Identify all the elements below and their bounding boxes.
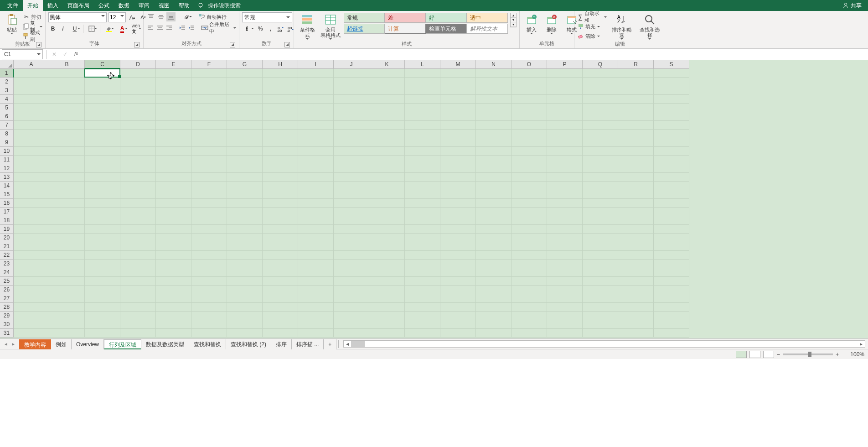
cell[interactable] — [120, 286, 156, 294]
cell[interactable] — [654, 78, 689, 86]
col-header-M[interactable]: M — [440, 60, 476, 69]
cell[interactable] — [85, 225, 120, 234]
cell[interactable] — [227, 216, 263, 225]
cell[interactable] — [476, 173, 512, 182]
cell[interactable] — [440, 86, 476, 95]
fill-color-button[interactable] — [102, 24, 115, 33]
accounting-format-button[interactable]: ₿ — [242, 24, 255, 33]
cell[interactable] — [547, 138, 583, 147]
cell[interactable] — [440, 251, 476, 260]
cell[interactable] — [49, 164, 85, 173]
cell[interactable] — [263, 286, 298, 294]
cell[interactable] — [120, 69, 156, 78]
cell[interactable] — [654, 329, 689, 338]
cell[interactable] — [227, 234, 263, 242]
cell[interactable] — [476, 234, 512, 242]
cell[interactable] — [298, 303, 334, 312]
cell[interactable] — [476, 130, 512, 138]
col-header-E[interactable]: E — [156, 60, 191, 69]
cell[interactable] — [405, 104, 440, 112]
row-header-3[interactable]: 3 — [0, 86, 14, 95]
horizontal-scrollbar[interactable]: ◂▸ — [343, 340, 865, 348]
cell[interactable] — [120, 294, 156, 303]
cell[interactable] — [440, 78, 476, 86]
cell[interactable] — [49, 78, 85, 86]
cell[interactable] — [14, 95, 49, 104]
cell[interactable] — [512, 234, 547, 242]
cell[interactable] — [85, 199, 120, 208]
row-header-17[interactable]: 17 — [0, 208, 14, 216]
cell[interactable] — [85, 182, 120, 190]
cell[interactable] — [263, 69, 298, 78]
cell[interactable] — [583, 147, 618, 156]
cell[interactable] — [618, 312, 654, 320]
cell[interactable] — [512, 95, 547, 104]
cell[interactable] — [618, 320, 654, 329]
insert-function-button[interactable]: fx — [71, 51, 82, 57]
cell[interactable] — [334, 78, 369, 86]
worksheet-grid[interactable]: ABCDEFGHIJKLMNOPQRS 12345678910111213141… — [0, 60, 868, 338]
row-header-21[interactable]: 21 — [0, 242, 14, 251]
cell[interactable] — [298, 121, 334, 130]
cell[interactable] — [440, 294, 476, 303]
cell[interactable] — [49, 225, 85, 234]
row-header-1[interactable]: 1 — [0, 69, 14, 78]
cell[interactable] — [85, 173, 120, 182]
cell[interactable] — [85, 277, 120, 286]
cell[interactable] — [263, 95, 298, 104]
cell[interactable] — [547, 173, 583, 182]
cell[interactable] — [512, 130, 547, 138]
row-header-16[interactable]: 16 — [0, 199, 14, 208]
row-header-4[interactable]: 4 — [0, 95, 14, 104]
cell[interactable] — [440, 277, 476, 286]
cell[interactable] — [512, 69, 547, 78]
cell[interactable] — [191, 173, 227, 182]
cell[interactable] — [618, 164, 654, 173]
cell[interactable] — [440, 329, 476, 338]
cell[interactable] — [49, 138, 85, 147]
cell[interactable] — [405, 121, 440, 130]
cell[interactable] — [14, 329, 49, 338]
cell[interactable] — [49, 147, 85, 156]
cell[interactable] — [334, 312, 369, 320]
cell[interactable] — [14, 112, 49, 121]
cell[interactable] — [49, 286, 85, 294]
paste-button[interactable]: 粘贴 — [3, 12, 21, 35]
cell[interactable] — [85, 147, 120, 156]
cell[interactable] — [156, 216, 191, 225]
cell[interactable] — [476, 156, 512, 164]
cell[interactable] — [334, 208, 369, 216]
cell[interactable] — [583, 69, 618, 78]
number-format-combo[interactable]: 常规 — [242, 12, 292, 22]
cell[interactable] — [512, 86, 547, 95]
cell[interactable] — [405, 78, 440, 86]
cell[interactable] — [49, 121, 85, 130]
cell[interactable] — [618, 242, 654, 251]
cell[interactable] — [547, 234, 583, 242]
cell[interactable] — [405, 112, 440, 121]
cell[interactable] — [334, 268, 369, 277]
cell[interactable] — [85, 78, 120, 86]
cell[interactable] — [654, 242, 689, 251]
cell[interactable] — [14, 173, 49, 182]
cell[interactable] — [156, 104, 191, 112]
cell[interactable] — [583, 242, 618, 251]
cell-style-计算[interactable]: 计算 — [385, 24, 426, 34]
cell[interactable] — [191, 286, 227, 294]
zoom-in-button[interactable]: + — [836, 351, 839, 358]
cell[interactable] — [512, 173, 547, 182]
cell[interactable] — [49, 294, 85, 303]
cell[interactable] — [547, 164, 583, 173]
cell[interactable] — [14, 268, 49, 277]
cell[interactable] — [298, 216, 334, 225]
cell[interactable] — [405, 138, 440, 147]
format-painter-button[interactable]: 格式刷 — [23, 31, 42, 41]
cell[interactable] — [618, 147, 654, 156]
cell[interactable] — [547, 312, 583, 320]
cell[interactable] — [512, 208, 547, 216]
cell[interactable] — [654, 86, 689, 95]
cell[interactable] — [369, 329, 405, 338]
cell[interactable] — [14, 121, 49, 130]
row-header-13[interactable]: 13 — [0, 173, 14, 182]
col-header-K[interactable]: K — [369, 60, 405, 69]
